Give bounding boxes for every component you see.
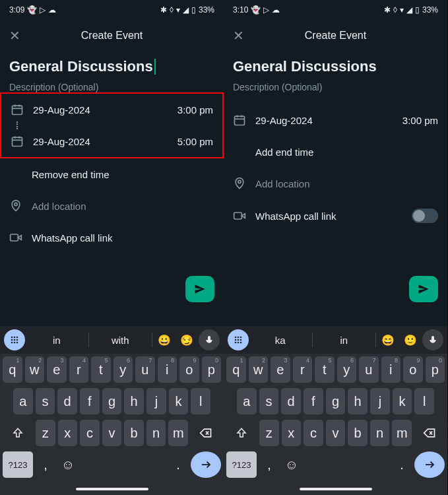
- key-u[interactable]: u7: [135, 356, 155, 383]
- suggestion-2[interactable]: in: [314, 335, 375, 346]
- description-field[interactable]: Description (Optional): [9, 82, 214, 92]
- add-location-row[interactable]: Add location: [9, 190, 214, 222]
- comma-key[interactable]: ,: [36, 451, 55, 478]
- key-j[interactable]: j: [370, 388, 390, 414]
- grid-icon[interactable]: [228, 329, 249, 350]
- start-date-row[interactable]: 29-Aug-2024 3:00 pm: [233, 104, 438, 136]
- suggestion-1[interactable]: in: [26, 335, 87, 346]
- grid-icon[interactable]: [4, 329, 25, 350]
- home-indicator[interactable]: [300, 488, 372, 490]
- key-f[interactable]: f: [80, 388, 100, 414]
- remove-end-time-row[interactable]: Remove end time: [9, 158, 214, 190]
- add-end-time-row[interactable]: Add end time: [233, 136, 438, 168]
- event-title-input[interactable]: General Discussions: [9, 58, 214, 75]
- key-c[interactable]: c: [304, 420, 323, 446]
- key-o[interactable]: o9: [403, 356, 423, 383]
- add-location-row[interactable]: Add location: [233, 168, 438, 199]
- key-g[interactable]: g: [326, 388, 346, 414]
- key-n[interactable]: n: [370, 420, 390, 446]
- send-button[interactable]: [185, 276, 214, 302]
- shift-key[interactable]: [226, 420, 257, 446]
- emoji-key[interactable]: ☺: [282, 451, 302, 478]
- emoji-key[interactable]: ☺: [58, 451, 78, 478]
- key-p[interactable]: p0: [426, 356, 445, 383]
- symbols-key[interactable]: ?123: [226, 451, 257, 478]
- key-t[interactable]: t5: [315, 356, 335, 383]
- suggestion-2[interactable]: with: [90, 335, 151, 346]
- event-title-input[interactable]: General Discussions: [233, 58, 438, 75]
- home-indicator[interactable]: [76, 488, 148, 490]
- key-e[interactable]: e3: [47, 356, 67, 383]
- key-h[interactable]: h: [124, 388, 144, 414]
- key-z[interactable]: z: [259, 420, 279, 446]
- key-l[interactable]: l: [414, 388, 434, 414]
- key-y[interactable]: y6: [113, 356, 133, 383]
- key-r[interactable]: r4: [69, 356, 89, 383]
- key-u[interactable]: u7: [359, 356, 379, 383]
- key-q[interactable]: q1: [226, 356, 246, 383]
- key-f[interactable]: f: [304, 388, 323, 414]
- backspace-key[interactable]: [191, 420, 221, 446]
- key-b[interactable]: b: [348, 420, 368, 446]
- call-link-row[interactable]: WhatsApp call link: [9, 222, 214, 253]
- key-m[interactable]: m: [168, 420, 188, 446]
- symbols-key[interactable]: ?123: [3, 451, 33, 478]
- comma-key[interactable]: ,: [259, 451, 279, 478]
- shift-key[interactable]: [3, 420, 33, 446]
- close-icon[interactable]: ✕: [233, 28, 246, 44]
- emoji-wink-icon[interactable]: 😏: [176, 329, 197, 350]
- key-s[interactable]: s: [259, 388, 279, 414]
- key-w[interactable]: w2: [25, 356, 45, 383]
- key-s[interactable]: s: [36, 388, 55, 414]
- key-k[interactable]: k: [169, 388, 189, 414]
- mic-icon[interactable]: [422, 329, 443, 350]
- key-k[interactable]: k: [393, 388, 412, 414]
- enter-key[interactable]: [414, 451, 445, 478]
- key-j[interactable]: j: [146, 388, 166, 414]
- period-key[interactable]: .: [392, 451, 412, 478]
- key-a[interactable]: a: [13, 388, 33, 414]
- key-v[interactable]: v: [326, 420, 346, 446]
- key-h[interactable]: h: [348, 388, 368, 414]
- emoji-grin-icon[interactable]: 😄: [377, 329, 399, 350]
- call-link-row[interactable]: WhatsApp call link: [233, 199, 438, 232]
- key-b[interactable]: b: [124, 420, 144, 446]
- key-o[interactable]: o9: [179, 356, 199, 383]
- key-i[interactable]: i8: [381, 356, 401, 383]
- period-key[interactable]: .: [168, 451, 188, 478]
- key-n[interactable]: n: [146, 420, 166, 446]
- key-l[interactable]: l: [191, 388, 210, 414]
- key-d[interactable]: d: [281, 388, 301, 414]
- mic-icon[interactable]: [199, 329, 220, 350]
- space-key[interactable]: [80, 451, 166, 478]
- key-p[interactable]: p0: [202, 356, 222, 383]
- key-t[interactable]: t5: [91, 356, 111, 383]
- close-icon[interactable]: ✕: [9, 28, 22, 44]
- start-date-row[interactable]: 29-Aug-2024 3:00 pm: [11, 94, 213, 125]
- key-q[interactable]: q1: [3, 356, 22, 383]
- key-x[interactable]: x: [282, 420, 302, 446]
- call-link-toggle[interactable]: [412, 209, 438, 223]
- description-field[interactable]: Description (Optional): [233, 82, 438, 92]
- key-m[interactable]: m: [392, 420, 412, 446]
- send-button[interactable]: [409, 276, 438, 302]
- emoji-smile-icon[interactable]: 🙂: [400, 329, 421, 350]
- key-w[interactable]: w2: [249, 356, 269, 383]
- key-i[interactable]: i8: [158, 356, 177, 383]
- key-a[interactable]: a: [237, 388, 257, 414]
- key-c[interactable]: c: [80, 420, 100, 446]
- key-v[interactable]: v: [102, 420, 122, 446]
- key-z[interactable]: z: [36, 420, 55, 446]
- enter-key[interactable]: [191, 451, 221, 478]
- key-e[interactable]: e3: [271, 356, 290, 383]
- key-d[interactable]: d: [57, 388, 77, 414]
- space-key[interactable]: [304, 451, 389, 478]
- backspace-key[interactable]: [414, 420, 445, 446]
- key-g[interactable]: g: [102, 388, 122, 414]
- key-x[interactable]: x: [58, 420, 78, 446]
- suggestion-1[interactable]: ka: [250, 335, 311, 346]
- key-r[interactable]: r4: [293, 356, 313, 383]
- key-y[interactable]: y6: [337, 356, 357, 383]
- end-date-row[interactable]: 29-Aug-2024 5:00 pm: [11, 125, 213, 157]
- emoji-smile-icon[interactable]: 😀: [154, 329, 175, 350]
